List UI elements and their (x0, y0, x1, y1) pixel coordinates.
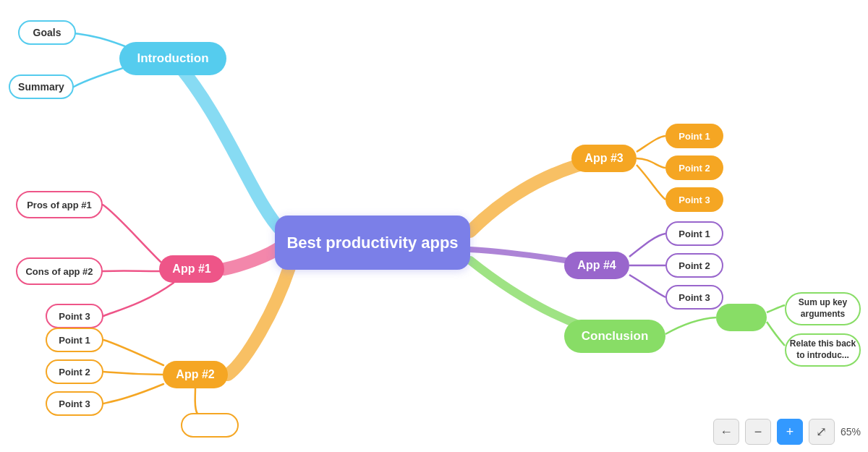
pros-node[interactable]: Pros of app #1 (16, 191, 103, 218)
app3-p2-label: Point 2 (678, 163, 710, 174)
app4-p1-node[interactable]: Point 1 (665, 221, 723, 246)
app3-p2-node[interactable]: Point 2 (665, 155, 723, 180)
app1-p3-node[interactable]: Point 3 (46, 304, 103, 328)
conclusion-relate-node[interactable]: Relate this back to introduc... (785, 333, 861, 367)
pros-label: Pros of app #1 (27, 200, 92, 210)
fit-icon: ⤢ (816, 424, 827, 440)
app2-p3-node[interactable]: Point 3 (46, 391, 103, 416)
central-label: Best productivity apps (286, 234, 458, 252)
cons-node[interactable]: Cons of app #2 (16, 257, 103, 285)
fit-button[interactable]: ⤢ (809, 419, 835, 445)
app4-node[interactable]: App #4 (564, 252, 629, 279)
conclusion-sum-label: Sum up key arguments (786, 297, 859, 320)
app4-label: App #4 (577, 259, 616, 272)
summary-node[interactable]: Summary (9, 74, 74, 99)
back-button[interactable]: ← (713, 419, 739, 445)
app1-p3-label: Point 3 (59, 311, 90, 322)
add-icon: + (786, 425, 794, 440)
minus-icon: − (754, 425, 762, 440)
app2-p1-label: Point 1 (59, 335, 90, 346)
app1-label: App #1 (172, 263, 210, 276)
app2-label: App #2 (176, 368, 214, 381)
app3-p1-label: Point 1 (678, 131, 710, 142)
app3-label: App #3 (584, 152, 623, 165)
app3-node[interactable]: App #3 (571, 145, 637, 172)
app3-p3-label: Point 3 (678, 195, 710, 205)
conclusion-relate-label: Relate this back to introduc... (786, 338, 859, 361)
app2-p2-label: Point 2 (59, 367, 90, 378)
app4-p3-node[interactable]: Point 3 (665, 285, 723, 310)
toolbar: ← − + ⤢ 65% (713, 419, 861, 445)
cons-label: Cons of app #2 (25, 266, 93, 277)
summary-label: Summary (18, 81, 64, 93)
introduction-node[interactable]: Introduction (119, 42, 226, 75)
central-node[interactable]: Best productivity apps (275, 216, 470, 270)
app2-node[interactable]: App #2 (163, 361, 228, 388)
app4-p3-label: Point 3 (678, 292, 710, 303)
app2-p3-label: Point 3 (59, 398, 90, 409)
app2-p1-node[interactable]: Point 1 (46, 328, 103, 352)
app2-p2-node[interactable]: Point 2 (46, 359, 103, 384)
app4-p1-label: Point 1 (678, 229, 710, 239)
app4-p2-label: Point 2 (678, 260, 710, 271)
add-button[interactable]: + (777, 419, 803, 445)
goals-node[interactable]: Goals (18, 20, 76, 45)
zoom-label: 65% (841, 426, 861, 438)
app3-p3-node[interactable]: Point 3 (665, 187, 723, 212)
conclusion-label: Conclusion (582, 329, 649, 344)
conclusion-green-node[interactable] (716, 304, 767, 331)
introduction-label: Introduction (137, 51, 208, 66)
minus-button[interactable]: − (745, 419, 771, 445)
app4-p2-node[interactable]: Point 2 (665, 253, 723, 278)
app3-p1-node[interactable]: Point 1 (665, 124, 723, 148)
back-icon: ← (720, 425, 733, 440)
app2-empty-node[interactable] (181, 413, 239, 438)
conclusion-node[interactable]: Conclusion (564, 320, 665, 353)
conclusion-sum-node[interactable]: Sum up key arguments (785, 292, 861, 325)
app1-node[interactable]: App #1 (159, 255, 224, 283)
goals-label: Goals (33, 27, 61, 38)
